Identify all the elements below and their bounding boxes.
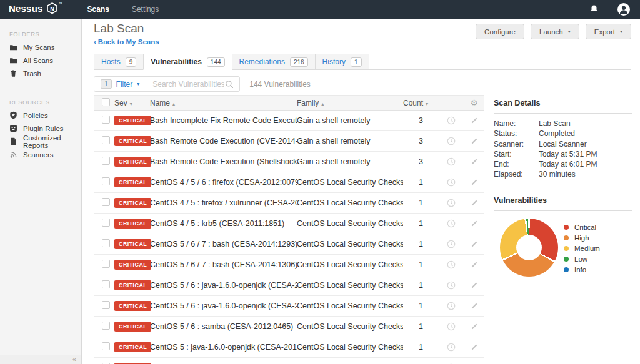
edit-pencil-icon[interactable] [470, 240, 479, 248]
table-row[interactable]: CRITICAL CentOS 5 / 6 / 7 : bash (CESA-2… [94, 234, 484, 255]
vulnerability-name[interactable]: CentOS 4 / 5 : firefox / xulrunner (CESA… [150, 199, 297, 207]
edit-pencil-icon[interactable] [470, 302, 479, 310]
export-button[interactable]: Export ▾ [586, 24, 631, 39]
edit-pencil-icon[interactable] [470, 116, 479, 125]
row-checkbox[interactable] [102, 157, 110, 165]
tab-history[interactable]: History 1 [315, 54, 369, 70]
table-row[interactable]: CRITICAL CentOS 5 / 6 / 7 : bash (CESA-2… [94, 255, 484, 275]
vulnerability-name[interactable]: CentOS 5 / 6 : samba (CESA-2012:0465) [150, 322, 297, 331]
table-row[interactable]: CRITICAL CentOS 4 / 5 : krb5 (CESA-2011:… [94, 214, 484, 234]
vulnerability-name[interactable]: Bash Incomplete Fix Remote Code Executio… [150, 116, 297, 125]
clock-icon[interactable] [447, 157, 456, 166]
row-checkbox[interactable] [102, 239, 110, 247]
row-checkbox[interactable] [102, 280, 110, 288]
row-checkbox[interactable] [102, 219, 110, 227]
row-checkbox[interactable] [102, 301, 110, 309]
edit-pencil-icon[interactable] [470, 260, 479, 269]
table-row[interactable]: CRITICAL Bash Incomplete Fix Remote Code… [94, 111, 484, 131]
sidebar-item-plugin-rules[interactable]: Plugin Rules [0, 122, 81, 135]
sidebar-item-scanners[interactable]: Scanners [0, 148, 81, 161]
clock-icon[interactable] [447, 240, 456, 248]
edit-pencil-icon[interactable] [470, 178, 479, 187]
table-row[interactable]: CRITICAL CentOS 5 : java-1.6.0-openjdk (… [94, 337, 484, 358]
sidebar-item-trash[interactable]: Trash [0, 67, 81, 80]
row-checkbox[interactable] [102, 342, 110, 350]
table-row[interactable]: CRITICAL CentOS 4 / 5 / 6 : firefox (CES… [94, 172, 484, 193]
launch-button[interactable]: Launch ▾ [531, 24, 579, 39]
clock-icon[interactable] [447, 116, 456, 125]
row-checkbox[interactable] [102, 136, 110, 144]
edit-pencil-icon[interactable] [470, 199, 479, 207]
sidebar-collapse-control[interactable]: « [0, 355, 81, 364]
vulnerability-name[interactable]: CentOS 5 : java-1.6.0-openjdk (CESA-2012… [150, 343, 297, 352]
row-checkbox[interactable] [102, 198, 110, 206]
clock-icon[interactable] [447, 199, 456, 207]
sidebar-item-customized-reports[interactable]: Customized Reports [0, 135, 81, 148]
table-row[interactable]: CRITICAL Bash Remote Code Execution (She… [94, 152, 484, 172]
select-all-checkbox[interactable] [102, 98, 110, 106]
clock-icon[interactable] [447, 260, 456, 269]
clock-icon[interactable] [447, 302, 456, 310]
clock-icon[interactable] [447, 343, 456, 352]
row-checkbox[interactable] [102, 116, 110, 124]
edit-pencil-icon[interactable] [470, 219, 479, 228]
row-checkbox[interactable] [102, 260, 110, 268]
column-header-name[interactable]: Name▴ [150, 99, 297, 107]
sidebar-item-policies[interactable]: Policies [0, 109, 81, 122]
column-header-sev[interactable]: Sev▾ [114, 99, 150, 107]
vulnerability-name[interactable]: CentOS 5 / 6 : java-1.6.0-openjdk (CESA-… [150, 281, 297, 290]
collapse-chevrons-icon: « [72, 355, 76, 363]
tab-hosts[interactable]: Hosts 9 [94, 54, 144, 70]
notifications-bell-icon[interactable] [589, 4, 599, 14]
vulnerability-name[interactable]: CentOS 5 / 6 / 7 : bash (CESA-2014:1293) [150, 240, 297, 248]
clock-icon[interactable] [447, 178, 456, 187]
table-row[interactable]: CRITICAL Bash Remote Code Execution (CVE… [94, 131, 484, 152]
vulnerability-name[interactable]: Bash Remote Code Execution (Shellshock) [150, 157, 297, 166]
edit-pencil-icon[interactable] [470, 137, 479, 145]
edit-pencil-icon[interactable] [470, 281, 479, 290]
back-to-my-scans-link[interactable]: ‹Back to My Scans [94, 38, 159, 46]
gear-icon[interactable]: ⚙ [471, 99, 478, 107]
vulnerability-name[interactable]: CentOS 4 / 5 / 6 : firefox (CESA-2012:00… [150, 178, 297, 187]
detail-value: Completed [539, 129, 575, 139]
vulnerability-count: 1 [403, 199, 439, 207]
clock-icon[interactable] [447, 281, 456, 290]
clock-icon[interactable] [447, 219, 456, 228]
user-avatar[interactable] [618, 3, 630, 16]
clock-icon[interactable] [447, 137, 456, 145]
sidebar-item-all-scans[interactable]: All Scans [0, 54, 81, 67]
table-row[interactable]: CRITICAL CentOS 5 / 6 : java-1.6.0-openj… [94, 296, 484, 317]
search-input[interactable] [151, 79, 225, 89]
severity-badge: CRITICAL [114, 280, 151, 290]
nav-item-settings[interactable]: Settings [132, 5, 159, 14]
nessus-logo[interactable]: Nessus N ™ [9, 2, 62, 17]
tab-remediations[interactable]: Remediations 216 [232, 54, 316, 70]
table-row[interactable]: CRITICAL CentOS 5 / 6 : samba (CESA-2012… [94, 317, 484, 337]
edit-pencil-icon[interactable] [470, 322, 479, 331]
filter-dropdown[interactable]: 1 Filter ▾ [94, 79, 146, 89]
edit-pencil-icon[interactable] [470, 343, 479, 352]
configure-button[interactable]: Configure [476, 24, 524, 39]
severity-badge: CRITICAL [114, 260, 151, 270]
scan-details-panel: Scan Details Name: Lab Scan Status: Comp… [494, 95, 632, 281]
table-row[interactable]: CRITICAL CentOS 5 / 6 : java-1.6.0-openj… [94, 275, 484, 296]
nav-item-scans[interactable]: Scans [88, 5, 109, 14]
sidebar-item-my-scans[interactable]: My Scans [0, 41, 81, 54]
row-checkbox[interactable] [102, 177, 110, 185]
vulnerability-name[interactable]: CentOS 4 / 5 : krb5 (CESA-2011:1851) [150, 219, 297, 228]
vulnerability-name[interactable]: Bash Remote Code Execution (CVE-2014-627… [150, 137, 297, 145]
detail-row-end: End: Today at 6:01 PM [494, 159, 632, 169]
detail-value: Today at 6:01 PM [539, 159, 597, 169]
row-checkbox[interactable] [102, 322, 110, 330]
clock-icon[interactable] [447, 322, 456, 331]
table-row[interactable]: CRITICAL CentOS 4 / 5 : firefox / xulrun… [94, 193, 484, 214]
column-header-family[interactable]: Family▴ [297, 99, 403, 107]
tab-vulnerabilities[interactable]: Vulnerabilities 144 [143, 54, 232, 70]
vulnerability-family: Gain a shell remotely [297, 137, 403, 145]
edit-pencil-icon[interactable] [470, 157, 479, 166]
sidebar-item-label: Plugin Rules [23, 125, 64, 132]
vulnerability-name[interactable]: CentOS 5 / 6 / 7 : bash (CESA-2014:1306) [150, 260, 297, 269]
table-row[interactable]: CRITICAL CentOS 5 : java-1.6.0-openjdk (… [94, 358, 484, 364]
vulnerability-name[interactable]: CentOS 5 / 6 : java-1.6.0-openjdk (CESA-… [150, 302, 297, 310]
column-header-count[interactable]: Count▾ [403, 99, 439, 107]
